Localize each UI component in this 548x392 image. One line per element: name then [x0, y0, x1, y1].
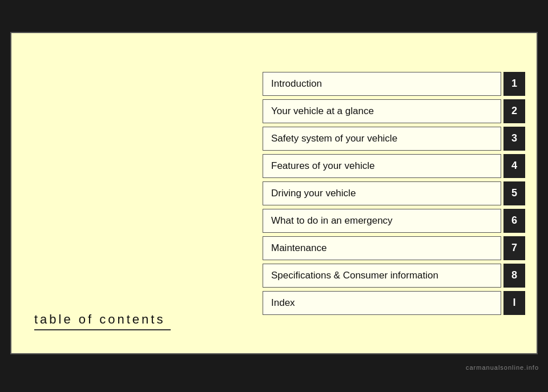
- toc-entry-label: Your vehicle at a glance: [263, 99, 501, 123]
- main-content: table of contents Introduction1Your vehi…: [0, 27, 548, 359]
- toc-entry-number: 5: [503, 181, 525, 205]
- toc-entry-number: 4: [503, 154, 525, 178]
- toc-row[interactable]: What to do in an emergency6: [263, 209, 525, 233]
- toc-entry-number: 6: [503, 209, 525, 233]
- toc-entry-label: Maintenance: [263, 236, 501, 260]
- toc-row[interactable]: Introduction1: [263, 72, 525, 96]
- toc-row[interactable]: Maintenance7: [263, 236, 525, 260]
- toc-list: Introduction1Your vehicle at a glance2Sa…: [263, 50, 525, 336]
- toc-entry-number: 1: [503, 72, 525, 96]
- toc-entry-number: 7: [503, 236, 525, 260]
- toc-row[interactable]: Safety system of your vehicle3: [263, 127, 525, 151]
- toc-entry-number: 8: [503, 264, 525, 288]
- content-box: table of contents Introduction1Your vehi…: [10, 32, 538, 354]
- toc-row[interactable]: IndexI: [263, 291, 525, 315]
- toc-entry-number: I: [503, 291, 525, 315]
- toc-entry-label: Safety system of your vehicle: [263, 127, 501, 151]
- table-of-contents-label: table of contents: [34, 312, 171, 330]
- toc-row[interactable]: Specifications & Consumer information8: [263, 264, 525, 288]
- toc-entry-label: What to do in an emergency: [263, 209, 501, 233]
- top-bar: [0, 0, 548, 27]
- bottom-bar: carmanualsonline.info: [0, 359, 548, 376]
- toc-entry-label: Driving your vehicle: [263, 181, 501, 205]
- toc-row[interactable]: Features of your vehicle4: [263, 154, 525, 178]
- toc-row[interactable]: Driving your vehicle5: [263, 181, 525, 205]
- toc-entry-label: Features of your vehicle: [263, 154, 501, 178]
- toc-entry-number: 3: [503, 127, 525, 151]
- left-section: table of contents: [23, 50, 263, 336]
- toc-row[interactable]: Your vehicle at a glance2: [263, 99, 525, 123]
- toc-entry-label: Specifications & Consumer information: [263, 264, 501, 288]
- toc-entry-label: Introduction: [263, 72, 501, 96]
- watermark: carmanualsonline.info: [466, 364, 539, 371]
- toc-entry-label: Index: [263, 291, 501, 315]
- toc-entry-number: 2: [503, 99, 525, 123]
